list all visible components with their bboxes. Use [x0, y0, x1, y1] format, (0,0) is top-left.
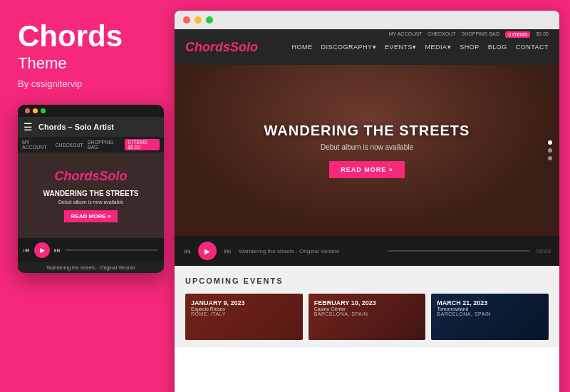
event-1-date: JANUARY 9, 2023 — [191, 299, 297, 306]
site-nav: HOME DISCOGRAPHY▾ EVENTS▾ MEDIA▾ SHOP BL… — [292, 43, 549, 51]
logo-text: Chords — [185, 40, 230, 54]
event-3-venue: Tomorrowland — [437, 306, 543, 311]
mobile-read-more-button[interactable]: READ MORE » — [64, 210, 118, 222]
player-play-button[interactable]: ▶ — [198, 242, 217, 260]
left-panel: Chords Theme By cssignitervip ☰ Chords –… — [0, 0, 167, 392]
hero-subtitle: Debut album is now available — [264, 143, 470, 151]
event-card-1-content: JANUARY 9, 2023 Espacio Riesco ROME, ITA… — [185, 294, 303, 322]
browser-dot-red — [183, 16, 190, 24]
mobile-cart-badge: 0 ITEMS $0.00 — [125, 139, 160, 150]
browser-mockup: MY ACCOUNT CHECKOUT SHOPPING BAG 0 ITEMS… — [175, 11, 559, 392]
event-2-venue: Casino Center — [314, 306, 420, 311]
logo-accent: Solo — [230, 40, 258, 54]
my-account-link[interactable]: MY ACCOUNT — [389, 31, 423, 38]
player-time: 00:00 — [537, 248, 551, 254]
browser-bar — [175, 11, 559, 29]
hero-dot-3[interactable] — [548, 156, 552, 160]
event-card-2[interactable]: FEBRUARY 10, 2023 Casino Center BARCELON… — [309, 294, 426, 340]
hero-dots — [548, 140, 552, 160]
cart-count: 0 ITEMS — [505, 31, 530, 38]
mobile-prev-icon[interactable]: ⏮ — [24, 247, 30, 254]
browser-content: MY ACCOUNT CHECKOUT SHOPPING BAG 0 ITEMS… — [175, 29, 559, 392]
mobile-hero-sub: Debut album is now available — [58, 200, 123, 205]
event-card-3-content: MARCH 21, 2023 Tomorrowland BARCELONA, S… — [431, 294, 549, 322]
hero-dot-2[interactable] — [548, 148, 552, 153]
mobile-mockup: ☰ Chords – Solo Artist MY ACCOUNT CHECKO… — [18, 105, 164, 273]
player-track-label: Wandering the streets - Original Version — [239, 248, 380, 254]
event-1-venue: Espacio Riesco — [191, 306, 297, 311]
hero-title: WANDERING THE STREETS — [264, 123, 470, 139]
event-card-2-content: FEBRUARY 10, 2023 Casino Center BARCELON… — [309, 294, 426, 322]
hero-content: WANDERING THE STREETS Debut album is now… — [250, 108, 484, 192]
browser-dot-green — [206, 16, 213, 24]
mobile-my-account: MY ACCOUNT — [22, 140, 51, 150]
event-3-location: BARCELONA, SPAIN — [437, 311, 543, 316]
cart-total: $0.00 — [536, 31, 549, 38]
shopping-bag-link[interactable]: SHOPPING BAG — [462, 31, 500, 38]
mobile-dot-red — [25, 108, 30, 113]
player-progress-bar[interactable] — [388, 250, 529, 252]
mobile-logo-text: Chords — [55, 169, 100, 183]
events-section: UPCOMING EVENTS JANUARY 9, 2023 Espacio … — [175, 266, 559, 347]
mobile-dot-yellow — [33, 108, 38, 113]
mobile-checkout: CHECKOUT — [55, 143, 83, 148]
event-1-location: ROME, ITALY — [191, 311, 297, 316]
mobile-shopping-bag: SHOPPING BAG — [88, 140, 121, 150]
checkout-link[interactable]: CHECKOUT — [428, 31, 455, 38]
event-2-date: FEBRUARY 10, 2023 — [314, 299, 420, 306]
mobile-player-bar — [65, 249, 158, 251]
nav-home[interactable]: HOME — [292, 43, 313, 51]
mobile-hero-title: WANDERING THE STREETS — [43, 190, 139, 197]
mobile-dot-green — [41, 108, 46, 113]
nav-media[interactable]: MEDIA▾ — [425, 43, 452, 51]
player-next-icon[interactable]: ⏭ — [224, 247, 232, 255]
mobile-player-label: Wandering the streets - Original Version — [18, 262, 164, 273]
mobile-player: ⏮ ▶ ⏭ — [18, 238, 164, 262]
player-prev-icon[interactable]: ⏮ — [183, 247, 191, 255]
theme-subtitle: Theme — [18, 54, 66, 73]
event-3-date: MARCH 21, 2023 — [437, 299, 543, 306]
event-card-1[interactable]: JANUARY 9, 2023 Espacio Riesco ROME, ITA… — [185, 294, 303, 340]
mobile-next-icon[interactable]: ⏭ — [54, 247, 61, 254]
mobile-logo: ChordsSolo — [55, 169, 128, 184]
events-section-title: UPCOMING EVENTS — [185, 277, 549, 285]
mobile-nav-title: Chords – Solo Artist — [38, 123, 114, 131]
nav-events[interactable]: EVENTS▾ — [385, 43, 417, 51]
nav-contact[interactable]: CONTACT — [516, 43, 549, 51]
mobile-top-bar — [18, 105, 164, 117]
mobile-play-button[interactable]: ▶ — [34, 242, 50, 258]
mobile-account-bar: MY ACCOUNT CHECKOUT SHOPPING BAG 0 ITEMS… — [18, 137, 164, 153]
event-card-3[interactable]: MARCH 21, 2023 Tomorrowland BARCELONA, S… — [431, 294, 549, 340]
events-grid: JANUARY 9, 2023 Espacio Riesco ROME, ITA… — [185, 294, 549, 340]
hero-cta-button[interactable]: READ MORE » — [329, 161, 405, 178]
mobile-hero: ChordsSolo WANDERING THE STREETS Debut a… — [18, 153, 164, 238]
mobile-logo-accent: Solo — [100, 169, 128, 183]
top-account-bar: MY ACCOUNT CHECKOUT SHOPPING BAG 0 ITEMS… — [389, 29, 549, 40]
mobile-dots — [25, 108, 46, 113]
hero-dot-1[interactable] — [548, 140, 552, 145]
site-player: ⏮ ▶ ⏭ Wandering the streets - Original V… — [175, 236, 559, 266]
theme-title: Chords — [18, 21, 123, 51]
browser-dot-yellow — [195, 16, 202, 24]
event-2-location: BARCELONA, SPAIN — [314, 311, 420, 316]
nav-blog[interactable]: BLOG — [488, 43, 507, 51]
site-logo: ChordsSolo — [185, 40, 258, 55]
site-hero: WANDERING THE STREETS Debut album is now… — [175, 65, 559, 236]
nav-discography[interactable]: DISCOGRAPHY▾ — [321, 43, 377, 51]
hamburger-icon: ☰ — [24, 121, 33, 133]
theme-author: By cssignitervip — [18, 78, 82, 89]
site-header: MY ACCOUNT CHECKOUT SHOPPING BAG 0 ITEMS… — [175, 29, 559, 65]
mobile-nav-bar: ☰ Chords – Solo Artist — [18, 117, 164, 137]
nav-shop[interactable]: SHOP — [460, 43, 480, 51]
